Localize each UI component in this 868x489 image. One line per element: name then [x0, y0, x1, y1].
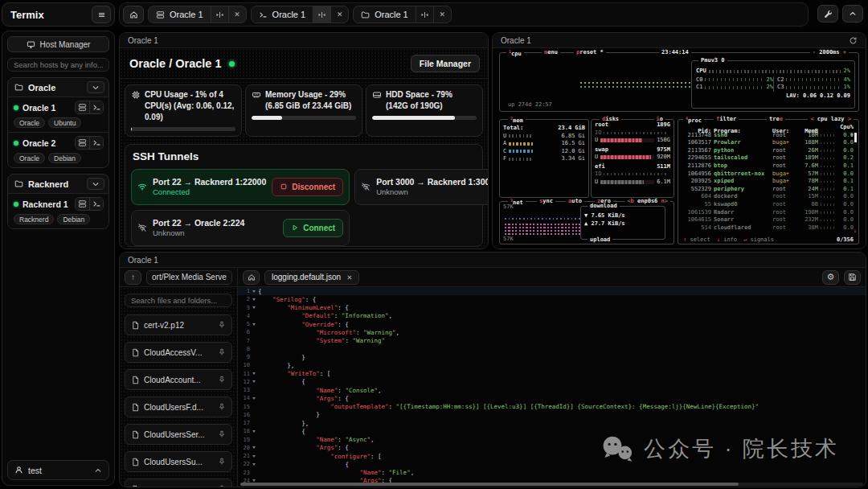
pin-icon[interactable] [218, 321, 226, 329]
fold-chevron-icon[interactable] [250, 446, 258, 449]
group-header[interactable]: Oracle [8, 78, 108, 97]
code-line: 17 }, [238, 419, 866, 427]
file-list-item[interactable]: cert-v2.p12 [125, 314, 232, 335]
tab-server-1[interactable]: Oracle 1✕ [148, 6, 247, 23]
process-row[interactable]: 2294655tailscaledroot189M0.2 [678, 154, 858, 162]
tab-folder-3[interactable]: Oracle 1✕ [353, 6, 452, 23]
host-item[interactable]: Oracle 1OracleUbuntu [8, 97, 108, 132]
split-view-icon[interactable] [416, 6, 433, 23]
code-text: "Name": "Console", [258, 387, 382, 394]
path-input[interactable] [146, 270, 232, 285]
pin-icon[interactable] [218, 376, 226, 384]
group-collapse-chevron-icon[interactable] [87, 178, 104, 190]
fold-chevron-icon[interactable] [250, 479, 258, 482]
file-list-item[interactable] [125, 479, 232, 487]
process-row[interactable]: 1061539Radarrroot190M0.0 [678, 209, 858, 217]
file-icon [131, 348, 140, 357]
fold-chevron-icon[interactable] [250, 430, 258, 433]
fold-chevron-icon[interactable] [250, 463, 258, 466]
settings-gear-icon[interactable]: ⚙ [822, 270, 839, 285]
host-search-input[interactable] [7, 58, 109, 72]
file-manager-button[interactable]: File Manager [411, 55, 480, 72]
process-row[interactable]: 604dockerdroot15M0.0 [678, 193, 858, 201]
menu-icon[interactable] [92, 6, 111, 23]
fold-chevron-icon[interactable] [250, 372, 258, 375]
terminal-connect-icon[interactable] [89, 101, 103, 113]
file-list-item[interactable]: CloudUsersF.d... [125, 397, 232, 417]
fold-chevron-icon[interactable] [250, 380, 258, 383]
horizontal-scrollbar[interactable] [240, 483, 863, 486]
process-row[interactable]: 514cloudflaredroot38M0.0 [678, 224, 858, 232]
server-connect-icon[interactable] [76, 137, 89, 149]
pin-icon[interactable] [218, 348, 226, 356]
line-number: 21 [238, 453, 250, 459]
line-number: 23 [238, 470, 250, 476]
group-collapse-chevron-icon[interactable] [87, 81, 104, 93]
pin-icon[interactable] [218, 485, 226, 487]
collapse-chevron-up-icon[interactable] [842, 5, 863, 23]
save-file-icon[interactable] [844, 270, 861, 285]
tools-wrench-icon[interactable] [817, 5, 838, 23]
close-icon[interactable]: ✕ [346, 273, 352, 281]
host-item[interactable]: Racknerd 1RacknerdDebian [8, 193, 108, 228]
tab-terminal-2[interactable]: Oracle 1✕ [251, 6, 350, 23]
split-view-icon[interactable] [313, 6, 330, 23]
memory-icon [252, 89, 261, 112]
connect-button[interactable]: Connect [283, 219, 343, 237]
close-tab-icon[interactable]: ✕ [434, 6, 451, 23]
topbar-actions [817, 5, 863, 23]
process-row[interactable]: 2113567pythonroot26M0.0 [678, 147, 858, 155]
proc-scrollbar-thumb[interactable] [854, 133, 858, 142]
file-list-item[interactable]: CloudUsersSer... [125, 424, 232, 445]
open-file-tab[interactable]: logging.default.json ✕ [264, 270, 359, 285]
code-text: "Default": "Information", [258, 312, 392, 319]
pin-icon[interactable] [218, 430, 226, 438]
host-item[interactable]: Oracle 2OracleDebian [8, 132, 108, 167]
disk-io-row: IO [592, 129, 674, 138]
group-header[interactable]: Racknerd [8, 175, 108, 193]
code-text: }, [258, 362, 294, 369]
folder-icon [361, 10, 370, 19]
disconnect-button[interactable]: Disconnect [272, 178, 343, 196]
terminal-connect-icon[interactable] [89, 137, 103, 149]
file-list-item[interactable]: CloudAccount... [125, 369, 232, 390]
code-text: "Microsoft": "Warning", [258, 329, 399, 336]
mem-row: U6.85 Gi [500, 133, 588, 141]
btop-cpu-title: 1cpu [506, 49, 524, 57]
process-row[interactable]: 203925xpipedbuga+78M0.1 [678, 178, 858, 186]
file-search-input[interactable] [125, 294, 232, 307]
close-tab-icon[interactable]: ✕ [331, 6, 348, 23]
close-tab-icon[interactable]: ✕ [229, 6, 246, 23]
fold-chevron-icon[interactable] [250, 397, 258, 400]
process-row[interactable]: 1063517Prowlarrbuga+188M0.0 [678, 139, 858, 147]
tunnel-action-label: Connect [303, 224, 335, 232]
process-row[interactable]: 1064615Sonarrroot232M0.0 [678, 216, 858, 224]
host-manager-button[interactable]: Host Manager [7, 36, 109, 52]
user-menu[interactable]: test [7, 460, 109, 480]
terminal-connect-icon[interactable] [89, 198, 103, 210]
up-directory-button[interactable]: ↑ [125, 270, 141, 285]
tunnel-list: Port 22 → Racknerd 1:22000ConnectedDisco… [131, 169, 477, 246]
refresh-icon[interactable] [849, 36, 858, 45]
process-row[interactable]: 1064956qbittorrent-noxbuga+57M0.0 [678, 171, 858, 179]
process-row[interactable]: 552329peripheryroot24M0.1 [678, 186, 858, 194]
pin-icon[interactable] [218, 403, 226, 411]
home-directory-button[interactable] [243, 270, 260, 285]
fold-chevron-icon[interactable] [250, 323, 258, 326]
process-row[interactable]: 2112876btoproot7.6M0.1 [678, 162, 858, 171]
file-list-item[interactable]: CloudAccessV... [125, 342, 232, 363]
fold-chevron-icon[interactable] [250, 298, 258, 301]
home-tab-button[interactable] [123, 6, 144, 23]
process-row[interactable]: 55kswapd0root0B0.0 [678, 201, 858, 209]
fold-chevron-icon[interactable] [250, 290, 258, 293]
server-connect-icon[interactable] [76, 101, 89, 113]
file-list-item[interactable]: CloudUsersSu... [125, 451, 232, 472]
fold-chevron-icon[interactable] [250, 306, 258, 309]
server-connect-icon[interactable] [76, 198, 89, 210]
pin-icon[interactable] [218, 458, 226, 466]
code-text: { [258, 428, 305, 435]
btop-terminal[interactable]: 1cpumenupreset *23:44:14- 2000ms +Pmuv3 … [493, 48, 866, 249]
process-row[interactable]: 2113748sshdroot10M0.0 [678, 132, 858, 140]
fold-chevron-icon[interactable] [250, 455, 258, 458]
split-view-icon[interactable] [211, 6, 228, 23]
